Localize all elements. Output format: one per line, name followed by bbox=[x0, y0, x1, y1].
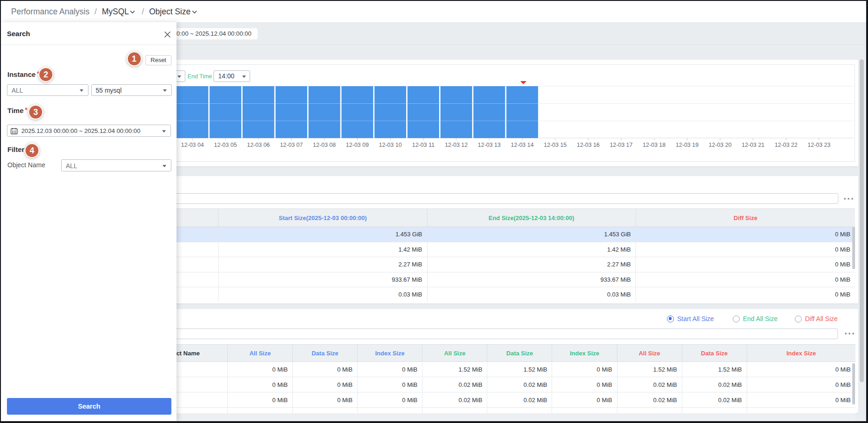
svg-text:12-03 13: 12-03 13 bbox=[478, 142, 501, 148]
svg-text:12-03 08: 12-03 08 bbox=[313, 142, 336, 148]
svg-text:12-03 21: 12-03 21 bbox=[742, 142, 764, 148]
svg-text:12-03 09: 12-03 09 bbox=[346, 142, 369, 148]
svg-text:12-03 12: 12-03 12 bbox=[445, 142, 467, 148]
svg-text:12-03 04: 12-03 04 bbox=[181, 142, 204, 148]
svg-text:12-03 06: 12-03 06 bbox=[247, 142, 270, 148]
svg-text:12-03 11: 12-03 11 bbox=[412, 142, 434, 148]
svg-text:12-03 23: 12-03 23 bbox=[808, 142, 830, 148]
svg-text:12-03 05: 12-03 05 bbox=[214, 142, 237, 148]
svg-text:12-03 22: 12-03 22 bbox=[774, 142, 797, 148]
svg-text:12-03 18: 12-03 18 bbox=[643, 142, 666, 148]
svg-text:12-03 10: 12-03 10 bbox=[379, 142, 402, 148]
svg-text:12-03 20: 12-03 20 bbox=[709, 142, 731, 148]
svg-text:12-03 19: 12-03 19 bbox=[676, 142, 698, 148]
svg-text:12-03 17: 12-03 17 bbox=[610, 142, 632, 148]
svg-text:12-03 15: 12-03 15 bbox=[544, 142, 566, 148]
svg-text:12-03 07: 12-03 07 bbox=[280, 142, 302, 148]
svg-text:12-03 16: 12-03 16 bbox=[577, 142, 599, 148]
svg-text:12-03 14: 12-03 14 bbox=[511, 142, 534, 148]
